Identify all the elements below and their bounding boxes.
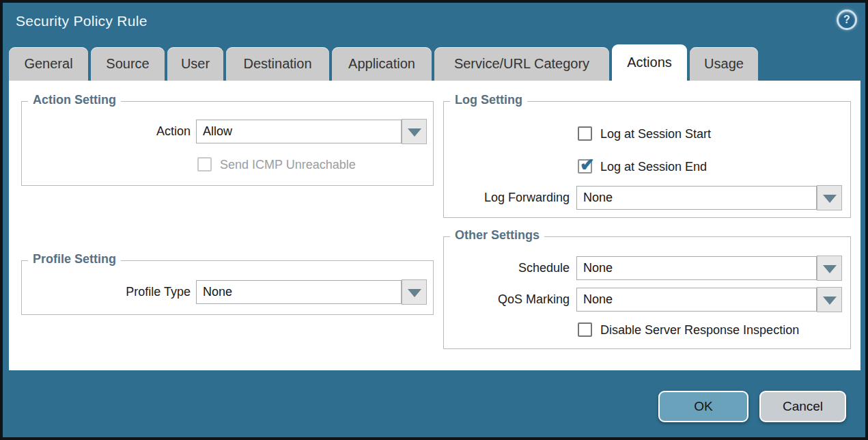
qos-marking-dropdown-button[interactable] [817,287,842,312]
tab-bar: General Source User Destination Applicat… [9,44,758,81]
actions-tab-panel: Action Setting Action Allow Send ICMP Un… [9,81,860,370]
action-setting-legend: Action Setting [28,93,121,107]
disable-server-response-inspection-label: Disable Server Response Inspection [600,322,799,338]
schedule-combo-value[interactable]: None [576,256,817,280]
qos-marking-combo-value[interactable]: None [576,288,817,312]
other-settings-group: Other Settings Schedule None QoS Marking… [443,236,851,349]
chevron-down-icon [823,195,837,203]
ok-button[interactable]: OK [658,391,748,422]
schedule-label: Schedule [444,256,570,280]
log-at-session-start-label: Log at Session Start [600,126,711,141]
send-icmp-unreachable-checkbox [197,157,212,171]
tab-general[interactable]: General [9,47,88,81]
tab-service-url-category[interactable]: Service/URL Category [434,47,609,81]
profile-type-combo-value[interactable]: None [196,280,402,304]
tab-user[interactable]: User [167,47,223,81]
dialog-title: Security Policy Rule [16,13,148,29]
schedule-dropdown-button[interactable] [817,256,842,281]
tab-usage[interactable]: Usage [690,47,758,81]
cancel-button[interactable]: Cancel [759,391,846,422]
tab-actions[interactable]: Actions [612,44,687,81]
log-forwarding-label: Log Forwarding [444,186,570,210]
help-icon[interactable]: ? [837,10,857,30]
action-combo-value[interactable]: Allow [196,120,402,143]
action-combo-dropdown-button[interactable] [402,119,427,144]
profile-type-label: Profile Type [22,280,191,304]
log-at-session-end-checkbox[interactable] [578,159,592,174]
action-label: Action [22,120,191,143]
profile-setting-group: Profile Setting Profile Type None [21,260,434,315]
tab-application[interactable]: Application [332,47,432,81]
qos-marking-label: QoS Marking [444,288,570,312]
chevron-down-icon [408,128,421,137]
chevron-down-icon [823,297,837,305]
profile-type-dropdown-button[interactable] [402,279,427,305]
send-icmp-unreachable-label: Send ICMP Unreachable [220,157,356,172]
tab-source[interactable]: Source [91,47,165,81]
chevron-down-icon [408,289,421,297]
security-policy-rule-dialog: Security Policy Rule ? General Source Us… [0,0,868,440]
chevron-down-icon [823,265,837,273]
log-at-session-start-checkbox[interactable] [578,126,592,141]
disable-server-response-inspection-checkbox[interactable] [578,322,592,337]
log-setting-legend: Log Setting [450,93,527,107]
other-settings-legend: Other Settings [450,228,544,243]
log-setting-group: Log Setting Log at Session Start Log at … [443,101,851,218]
profile-setting-legend: Profile Setting [28,252,121,266]
log-at-session-end-label: Log at Session End [600,159,707,174]
log-forwarding-dropdown-button[interactable] [817,185,842,210]
log-forwarding-combo-value[interactable]: None [576,186,817,210]
tab-destination[interactable]: Destination [226,47,329,81]
action-setting-group: Action Setting Action Allow Send ICMP Un… [21,101,434,186]
